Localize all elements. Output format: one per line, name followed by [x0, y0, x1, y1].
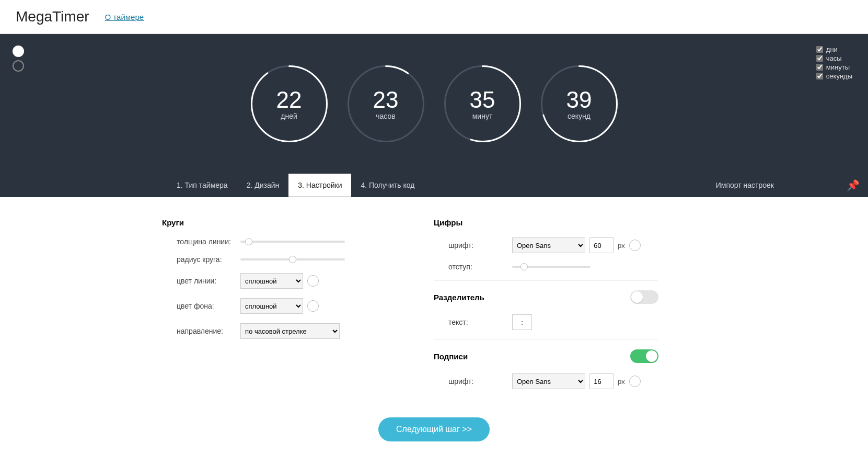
import-settings[interactable]: Импорт настроек: [716, 181, 774, 189]
offset-label: отступ:: [434, 263, 512, 271]
labels-title-text: Подписи: [434, 352, 468, 361]
labels-font-select[interactable]: Open Sans: [512, 373, 585, 389]
legend-days[interactable]: дни: [816, 46, 852, 53]
ring-3: 39 секунд: [539, 63, 620, 144]
footer: Следующий шаг >>: [0, 399, 868, 454]
thickness-slider[interactable]: [240, 241, 345, 243]
radius-slider[interactable]: [240, 258, 345, 260]
tab-3[interactable]: 4. Получить код: [351, 174, 424, 197]
legend-minutes[interactable]: минуты: [816, 63, 852, 71]
divider: [434, 339, 658, 340]
legend-days-label: дни: [826, 46, 838, 53]
legend-days-cb[interactable]: [816, 46, 823, 53]
line-color-label: цвет линии:: [162, 277, 240, 285]
timer-preview: дни часы минуты секунды 22 дней 23 часов…: [0, 34, 868, 173]
legend-seconds-cb[interactable]: [816, 73, 823, 80]
labels-unit: px: [618, 378, 625, 385]
bg-color-swatch[interactable]: [307, 300, 319, 312]
theme-dark[interactable]: [13, 60, 24, 72]
digits-size[interactable]: [589, 237, 614, 253]
sep-text-label: текст:: [434, 318, 512, 326]
theme-switcher: [13, 46, 24, 72]
bg-color-label: цвет фона:: [162, 302, 240, 310]
unit-legend: дни часы минуты секунды: [816, 46, 852, 81]
circles-section: Круги толщина линии: радиус круга: цвет …: [162, 218, 387, 399]
tab-0[interactable]: 1. Тип таймера: [167, 174, 237, 197]
rings: 22 дней 23 часов 35 минут 39 секунд: [0, 34, 868, 173]
thickness-label: толщина линии:: [162, 237, 240, 246]
legend-seconds-label: секунды: [826, 72, 852, 80]
digits-color-swatch[interactable]: [629, 240, 641, 251]
legend-minutes-cb[interactable]: [816, 64, 823, 71]
digits-font-select[interactable]: Open Sans: [512, 237, 585, 253]
digits-unit: px: [618, 242, 625, 249]
tab-1[interactable]: 2. Дизайн: [237, 174, 289, 197]
line-color-swatch[interactable]: [307, 275, 319, 287]
digits-font-label: шрифт:: [434, 241, 512, 249]
tabs: 1. Тип таймера2. Дизайн3. Настройки4. По…: [0, 173, 868, 197]
theme-light[interactable]: [13, 46, 24, 57]
next-step-button[interactable]: Следующий шаг >>: [378, 417, 490, 441]
about-link[interactable]: О таймере: [105, 13, 144, 21]
svg-point-1: [251, 66, 327, 141]
sep-text-input[interactable]: [512, 314, 532, 330]
ring-0: 22 дней: [249, 63, 330, 144]
direction-select[interactable]: по часовой стрелке: [240, 323, 340, 339]
header: MegaTimer О таймере: [0, 0, 868, 34]
labels-font-label: шрифт:: [434, 377, 512, 385]
separator-title: Разделитель: [434, 290, 658, 304]
circles-title: Круги: [162, 218, 387, 227]
line-color-mode[interactable]: сплошной: [240, 273, 303, 289]
legend-minutes-label: минуты: [826, 63, 850, 71]
ring-2: 35 минут: [442, 63, 523, 144]
labels-size[interactable]: [589, 373, 614, 389]
settings-panel: Круги толщина линии: радиус круга: цвет …: [0, 197, 868, 399]
legend-seconds[interactable]: секунды: [816, 72, 852, 80]
tab-2[interactable]: 3. Настройки: [288, 174, 351, 197]
svg-point-2: [348, 66, 423, 141]
legend-hours[interactable]: часы: [816, 54, 852, 62]
offset-slider[interactable]: [512, 266, 591, 268]
separator-title-text: Разделитель: [434, 293, 484, 302]
legend-hours-cb[interactable]: [816, 55, 823, 62]
digits-section: Цифры шрифт: Open Sans px отступ: Раздел…: [434, 218, 658, 399]
pin-icon[interactable]: 📌: [847, 179, 860, 191]
direction-label: направление:: [162, 327, 240, 335]
labels-title: Подписи: [434, 349, 658, 363]
legend-hours-label: часы: [826, 54, 842, 62]
bg-color-mode[interactable]: сплошной: [240, 298, 303, 314]
separator-toggle[interactable]: [630, 290, 658, 304]
labels-color-swatch[interactable]: [629, 376, 641, 387]
radius-label: радиус круга:: [162, 255, 240, 264]
divider: [434, 280, 658, 281]
digits-title: Цифры: [434, 218, 658, 227]
ring-1: 23 часов: [345, 63, 426, 144]
labels-toggle[interactable]: [630, 349, 658, 363]
logo: MegaTimer: [16, 8, 89, 25]
